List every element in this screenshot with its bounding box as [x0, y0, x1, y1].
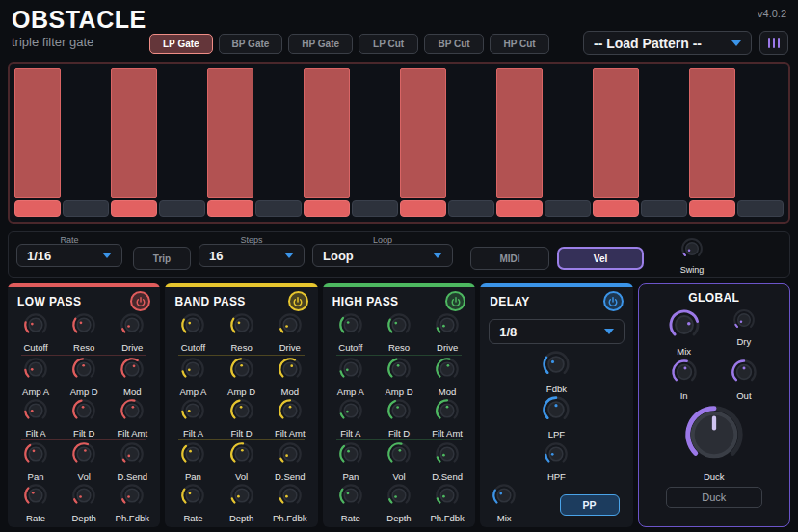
filter-mode-lp-gate[interactable]: LP Gate [149, 34, 213, 54]
seq-bar-area[interactable] [593, 68, 639, 198]
seq-step[interactable] [255, 68, 302, 217]
seq-step[interactable] [111, 68, 157, 217]
knob[interactable] [229, 441, 254, 470]
duck-button[interactable]: Duck [666, 487, 762, 508]
knob[interactable] [120, 357, 145, 386]
knob[interactable] [23, 312, 48, 341]
seq-step[interactable] [207, 68, 253, 217]
seq-step[interactable] [14, 68, 61, 217]
knob[interactable] [338, 398, 363, 427]
seq-step-toggle[interactable] [400, 200, 446, 217]
knob[interactable] [338, 312, 363, 341]
seq-step-toggle[interactable] [207, 200, 253, 217]
knob[interactable] [435, 398, 460, 427]
seq-bar-area[interactable] [352, 68, 398, 198]
seq-step-toggle[interactable] [255, 200, 302, 217]
knob[interactable] [386, 357, 412, 386]
filter-mode-lp-cut[interactable]: LP Cut [359, 34, 418, 54]
filter-mode-bp-gate[interactable]: BP Gate [219, 34, 283, 54]
knob[interactable] [120, 441, 145, 470]
knob[interactable] [435, 441, 460, 470]
seq-bar-area[interactable] [255, 68, 302, 198]
seq-step[interactable] [496, 68, 543, 217]
power-button[interactable] [130, 291, 150, 311]
seq-step-toggle[interactable] [545, 200, 591, 217]
seq-bar-area[interactable] [641, 68, 687, 198]
seq-bar-area[interactable] [304, 68, 350, 198]
trip-button[interactable]: Trip [133, 247, 191, 270]
knob[interactable] [229, 483, 254, 512]
knob[interactable] [732, 308, 756, 335]
seq-step-toggle[interactable] [14, 200, 61, 217]
knob[interactable] [338, 357, 363, 386]
delay-time-select[interactable]: 1/8 [489, 319, 624, 344]
knob[interactable] [278, 312, 303, 341]
seq-step-toggle[interactable] [496, 200, 543, 217]
knob[interactable] [386, 312, 412, 341]
seq-step[interactable] [737, 68, 784, 217]
seq-bar-area[interactable] [496, 68, 543, 198]
seq-step[interactable] [400, 68, 446, 217]
seq-step[interactable] [352, 68, 398, 217]
knob[interactable] [180, 357, 205, 386]
knob[interactable] [278, 441, 303, 470]
knob[interactable] [71, 483, 96, 512]
seq-step-toggle[interactable] [304, 200, 350, 217]
filter-mode-bp-cut[interactable]: BP Cut [424, 34, 484, 54]
knob[interactable] [386, 483, 412, 512]
seq-step[interactable] [641, 68, 687, 217]
knob[interactable] [278, 357, 303, 386]
knob[interactable] [544, 441, 569, 470]
seq-step-toggle[interactable] [111, 200, 157, 217]
seq-bar-area[interactable] [207, 68, 253, 198]
seq-step-toggle[interactable] [63, 200, 109, 217]
seq-step[interactable] [593, 68, 639, 217]
loop-select[interactable]: Loop [312, 244, 453, 267]
knob[interactable] [668, 308, 701, 345]
seq-bar-area[interactable] [63, 68, 109, 198]
seq-step-toggle[interactable] [593, 200, 639, 217]
knob[interactable] [229, 398, 254, 427]
knob[interactable] [671, 359, 698, 389]
knob[interactable] [180, 441, 205, 470]
knob[interactable] [492, 483, 517, 512]
swing-knob[interactable] [680, 237, 704, 264]
seq-bar-area[interactable] [448, 68, 494, 198]
seq-step[interactable] [63, 68, 109, 217]
power-button[interactable] [603, 291, 624, 311]
knob[interactable] [278, 483, 303, 512]
knob[interactable] [542, 350, 571, 383]
midi-button[interactable]: MIDI [470, 247, 549, 270]
knob[interactable] [23, 441, 48, 470]
knob[interactable] [180, 312, 205, 341]
knob[interactable] [180, 483, 205, 512]
knob[interactable] [23, 357, 48, 386]
knob[interactable] [731, 359, 758, 389]
knob[interactable] [229, 357, 254, 386]
knob[interactable] [229, 312, 254, 341]
seq-step[interactable] [159, 68, 205, 217]
seq-bar-area[interactable] [737, 68, 784, 198]
seq-step[interactable] [448, 68, 494, 217]
seq-step-toggle[interactable] [159, 200, 205, 217]
power-button[interactable] [445, 291, 466, 311]
pattern-bars-button[interactable] [759, 31, 788, 55]
seq-step-toggle[interactable] [689, 200, 735, 217]
knob[interactable] [71, 398, 96, 427]
seq-step[interactable] [304, 68, 350, 217]
filter-mode-hp-gate[interactable]: HP Gate [288, 34, 353, 54]
knob[interactable] [23, 398, 48, 427]
power-button[interactable] [288, 291, 308, 311]
seq-step-toggle[interactable] [352, 200, 398, 217]
knob[interactable] [23, 483, 48, 512]
knob[interactable] [120, 398, 145, 427]
pp-button[interactable]: PP [560, 494, 620, 516]
knob[interactable] [71, 357, 96, 386]
seq-step-toggle[interactable] [737, 200, 784, 217]
seq-bar-area[interactable] [400, 68, 446, 198]
steps-select[interactable]: 16 [199, 244, 305, 267]
knob[interactable] [338, 483, 363, 512]
filter-mode-hp-cut[interactable]: HP Cut [490, 34, 549, 54]
knob[interactable] [435, 483, 460, 512]
knob[interactable] [435, 357, 460, 386]
